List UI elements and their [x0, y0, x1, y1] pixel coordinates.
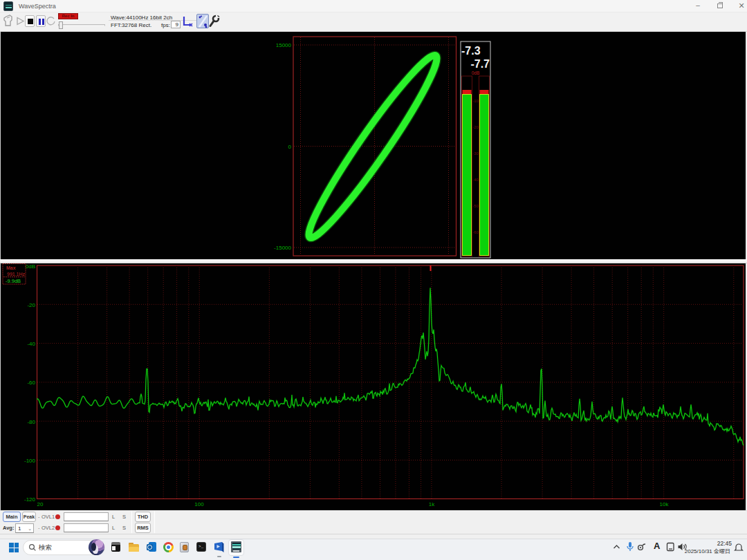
svg-text:-80: -80 — [27, 419, 35, 425]
svg-text:0: 0 — [288, 144, 292, 150]
svg-text:1k: 1k — [429, 501, 435, 507]
svg-text:-50: -50 — [473, 204, 479, 208]
svg-text:-20: -20 — [27, 302, 35, 308]
svg-text:-15000: -15000 — [274, 245, 291, 251]
svg-text:-7.7: -7.7 — [470, 58, 490, 70]
svg-text:10k: 10k — [660, 501, 670, 507]
svg-text:-7.3: -7.3 — [461, 45, 481, 57]
svg-text:0dB: 0dB — [26, 263, 35, 270]
svg-text:20: 20 — [37, 501, 44, 507]
svg-text:991.1Hz: 991.1Hz — [7, 272, 26, 277]
svg-text:-40: -40 — [473, 178, 479, 182]
svg-text:-120: -120 — [24, 496, 36, 503]
svg-text:0dB: 0dB — [472, 71, 480, 75]
svg-text:Max: Max — [6, 265, 16, 270]
svg-text:-20: -20 — [473, 125, 479, 129]
svg-text:15000: 15000 — [276, 42, 292, 48]
svg-text:-60: -60 — [27, 380, 35, 386]
svg-text:-60: -60 — [473, 230, 479, 234]
svg-text:-30: -30 — [473, 151, 479, 156]
svg-text:100: 100 — [194, 501, 204, 507]
svg-text:-9.9dB: -9.9dB — [6, 278, 21, 284]
svg-text:-40: -40 — [27, 341, 35, 347]
svg-text:-10: -10 — [473, 99, 479, 103]
svg-text:-100: -100 — [24, 458, 36, 464]
